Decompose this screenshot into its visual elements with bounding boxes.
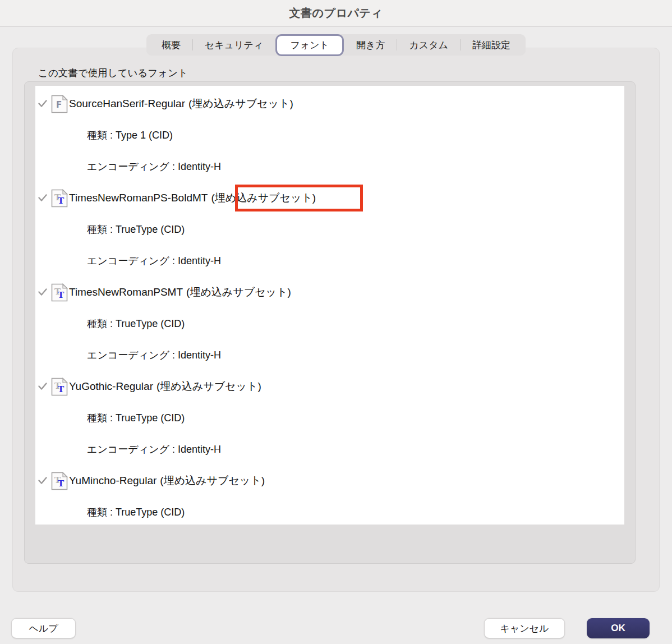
svg-text:T: T	[58, 384, 65, 394]
font-list-item[interactable]: T T YuMincho-Regular (埋め込みサブセット)	[35, 465, 624, 496]
tab-security[interactable]: セキュリティ	[193, 34, 275, 56]
truetype-font-icon: T T	[51, 283, 68, 302]
font-type-line: 種類 : TrueType (CID)	[35, 402, 624, 434]
cancel-button[interactable]: キャンセル	[484, 618, 565, 638]
font-list[interactable]: F SourceHanSerif-Regular (埋め込みサブセット) 種類 …	[35, 86, 624, 525]
font-list-item[interactable]: T T YuGothic-Regular (埋め込みサブセット)	[35, 371, 624, 402]
truetype-font-icon: T T	[51, 472, 68, 490]
font-type-line: 種類 : TrueType (CID)	[35, 496, 624, 525]
tab-bar: 概要 セキュリティ フォント 開き方 カスタム 詳細設定	[146, 34, 526, 56]
tab-advanced[interactable]: 詳細設定	[461, 34, 522, 56]
ok-button[interactable]: OK	[587, 618, 650, 638]
window-title: 文書のプロパティ	[289, 6, 383, 21]
tab-custom[interactable]: カスタム	[397, 34, 460, 56]
disclosure-chevron-icon[interactable]	[38, 193, 48, 203]
svg-text:T: T	[58, 290, 65, 300]
truetype-font-icon: T T	[51, 189, 68, 208]
font-embed-note: (埋め込みサブセット)	[186, 285, 291, 300]
font-name: TimesNewRomanPS-BoldMT	[69, 192, 208, 204]
tab-initial-view[interactable]: 開き方	[344, 34, 397, 56]
font-type-line: 種類 : Type 1 (CID)	[35, 119, 624, 151]
font-encoding-line: エンコーディング : Identity-H	[35, 339, 624, 371]
disclosure-chevron-icon[interactable]	[38, 287, 48, 297]
annotation-highlight-box	[235, 185, 363, 211]
truetype-font-icon: T T	[51, 378, 68, 396]
font-list-item[interactable]: T T TimesNewRomanPSMT (埋め込みサブセット)	[35, 277, 624, 308]
disclosure-chevron-icon[interactable]	[38, 381, 48, 392]
disclosure-chevron-icon[interactable]	[38, 99, 48, 109]
fonts-panel-heading: この文書で使用しているフォント	[38, 66, 188, 80]
font-embed-note: (埋め込みサブセット)	[157, 379, 261, 394]
tab-overview[interactable]: 概要	[150, 34, 192, 56]
font-encoding-line: エンコーディング : Identity-H	[35, 151, 624, 182]
window-title-bar: 文書のプロパティ	[0, 0, 672, 27]
font-type-line: 種類 : TrueType (CID)	[35, 308, 624, 339]
font-encoding-line: エンコーディング : Identity-H	[35, 245, 624, 277]
font-name: YuMincho-Regular	[69, 475, 157, 487]
font-name: TimesNewRomanPSMT	[69, 286, 183, 298]
type1-font-icon: F	[51, 95, 68, 113]
font-embed-note: (埋め込みサブセット)	[160, 473, 265, 488]
font-encoding-line: エンコーディング : Identity-H	[35, 434, 624, 465]
disclosure-chevron-icon[interactable]	[38, 476, 48, 486]
font-type-line: 種類 : TrueType (CID)	[35, 214, 624, 245]
svg-text:T: T	[58, 479, 65, 489]
svg-text:T: T	[58, 196, 65, 206]
font-list-item[interactable]: F SourceHanSerif-Regular (埋め込みサブセット)	[35, 88, 624, 119]
help-button[interactable]: ヘルプ	[11, 618, 76, 638]
tab-fonts[interactable]: フォント	[275, 34, 344, 56]
font-name: YuGothic-Regular	[69, 380, 153, 393]
svg-text:F: F	[56, 100, 62, 110]
font-name: SourceHanSerif-Regular	[69, 98, 185, 110]
font-embed-note: (埋め込みサブセット)	[188, 96, 293, 111]
